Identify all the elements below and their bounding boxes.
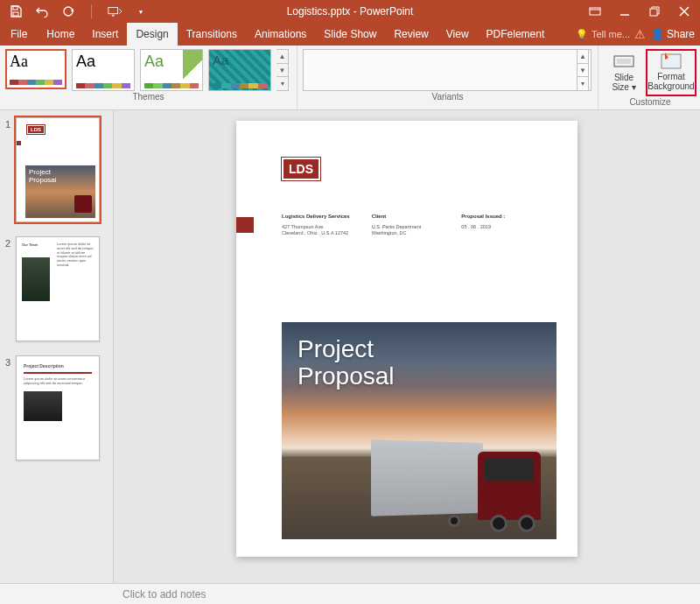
truck-cab xyxy=(478,452,541,520)
issued-date: 05 . 06 . 2019 xyxy=(461,224,551,230)
info-columns: Logistics Delivery Services 427 Thompson… xyxy=(282,214,551,236)
client-line-1: U.S. Parks Department xyxy=(372,224,462,230)
menu-bar: File Home Insert Design Transitions Anim… xyxy=(0,23,700,46)
slide-editor[interactable]: LDS Logistics Delivery Services 427 Thom… xyxy=(114,110,700,583)
save-icon[interactable] xyxy=(9,4,23,18)
themes-gallery: Aa Aa Aa Aa ▲ ▼ ▾ xyxy=(5,49,291,91)
share-button[interactable]: 👤 Share xyxy=(651,28,695,40)
lightbulb-icon: 💡 xyxy=(576,29,588,40)
tab-transitions[interactable]: Transitions xyxy=(178,23,246,46)
hero-title: ProjectProposal xyxy=(298,336,395,390)
truck-wheel xyxy=(518,515,536,532)
format-background-icon xyxy=(660,51,682,70)
theme-aa-label: Aa xyxy=(10,53,62,69)
tab-review[interactable]: Review xyxy=(385,23,437,46)
theme-swatches xyxy=(76,83,130,88)
theme-option-3[interactable]: Aa xyxy=(140,49,203,91)
undo-icon[interactable] xyxy=(35,4,49,18)
gallery-expand-icon[interactable]: ▾ xyxy=(578,77,588,90)
lds-logo: LDS xyxy=(282,158,320,180)
tab-view[interactable]: View xyxy=(438,23,478,46)
thumb-hero-image: ProjectProposal xyxy=(25,165,95,218)
slide-canvas[interactable]: LDS Logistics Delivery Services 427 Thom… xyxy=(236,121,578,557)
theme-option-2[interactable]: Aa xyxy=(72,49,135,91)
company-heading: Logistics Delivery Services xyxy=(282,214,372,219)
tab-file[interactable]: File xyxy=(0,23,38,46)
hero-image: ProjectProposal xyxy=(282,322,556,539)
truck-wheel xyxy=(448,515,460,527)
slide-thumbnail-row: 3 Project Description Lorem ipsum dolor … xyxy=(5,355,108,460)
notes-pane[interactable]: Click to add notes xyxy=(0,583,700,604)
slide-size-icon xyxy=(612,52,635,71)
themes-gallery-scroll[interactable]: ▲ ▼ ▾ xyxy=(276,49,289,91)
theme-aa-label: Aa xyxy=(144,53,199,69)
ribbon-options-icon[interactable] xyxy=(584,3,606,20)
tab-pdfelement[interactable]: PDFelement xyxy=(478,23,554,46)
theme-option-1[interactable]: Aa xyxy=(5,49,66,89)
close-icon[interactable] xyxy=(674,3,695,20)
ribbon-group-variants: ▲ ▼ ▾ Variants xyxy=(298,46,598,109)
scroll-down-icon[interactable]: ▼ xyxy=(276,64,288,78)
workspace: 1 LDS ProjectProposal 2 Our Team xyxy=(0,110,700,583)
slide-thumbnail-1[interactable]: LDS ProjectProposal xyxy=(16,117,100,222)
slide-size-button[interactable]: Slide Size ▾ xyxy=(604,49,644,96)
start-from-beginning-icon[interactable] xyxy=(108,4,122,18)
variants-gallery[interactable]: ▲ ▼ ▾ xyxy=(303,49,592,91)
svg-rect-4 xyxy=(590,8,600,15)
thumb-hero-title: ProjectProposal xyxy=(29,169,57,185)
ribbon-group-themes: Aa Aa Aa Aa ▲ ▼ ▾ Themes xyxy=(0,46,298,109)
tab-insert[interactable]: Insert xyxy=(83,23,127,46)
scroll-up-icon[interactable]: ▲ xyxy=(276,50,288,64)
window-controls xyxy=(584,3,700,20)
slide-number: 3 xyxy=(5,355,12,368)
client-heading: Client xyxy=(372,214,462,219)
red-accent xyxy=(17,141,21,145)
tab-design[interactable]: Design xyxy=(127,23,177,46)
slide-thumbnail-row: 1 LDS ProjectProposal xyxy=(5,117,108,222)
company-address-1: 427 Thompson Ave. xyxy=(282,224,372,230)
truck-trailer xyxy=(371,439,483,516)
tab-home[interactable]: Home xyxy=(38,23,83,46)
slide-thumbnail-2[interactable]: Our Team Lorem ipsum dolor sit amet elit… xyxy=(16,236,100,341)
qat-dropdown-icon[interactable]: ▾ xyxy=(134,4,148,18)
scroll-down-icon[interactable]: ▼ xyxy=(578,64,588,78)
svg-point-9 xyxy=(668,53,670,56)
info-col-issued: Proposal Issued : 05 . 06 . 2019 xyxy=(461,214,551,236)
svg-rect-1 xyxy=(13,12,18,16)
qat-separator xyxy=(91,4,92,18)
scroll-up-icon[interactable]: ▲ xyxy=(578,50,588,64)
minimize-icon[interactable] xyxy=(614,3,635,20)
restore-icon[interactable] xyxy=(644,3,665,20)
theme-swatches xyxy=(144,83,199,88)
share-label: Share xyxy=(667,28,695,40)
variants-gallery-scroll[interactable]: ▲ ▼ ▾ xyxy=(577,49,589,91)
tab-slideshow[interactable]: Slide Show xyxy=(315,23,385,46)
slide-thumbnail-row: 2 Our Team Lorem ipsum dolor sit amet el… xyxy=(5,236,108,341)
redo-icon[interactable] xyxy=(61,4,75,18)
issued-heading: Proposal Issued : xyxy=(461,214,551,219)
thumb-content: Our Team Lorem ipsum dolor sit amet elit… xyxy=(22,242,94,335)
svg-rect-5 xyxy=(650,9,657,16)
svg-rect-3 xyxy=(108,8,118,14)
tell-me-search[interactable]: 💡 Tell me... xyxy=(576,29,630,40)
theme-aa-label: Aa xyxy=(76,53,130,69)
title-bar: ▾ Logistics.pptx - PowerPoint xyxy=(0,0,700,23)
theme-option-4[interactable]: Aa xyxy=(208,49,271,91)
share-block: ⚠ 👤 Share xyxy=(634,27,700,41)
format-background-button[interactable]: Format Background xyxy=(646,49,696,96)
theme-aa-label: Aa xyxy=(213,53,267,67)
ribbon: Aa Aa Aa Aa ▲ ▼ ▾ Themes xyxy=(0,46,700,110)
svg-rect-8 xyxy=(662,54,681,68)
slide-thumbnail-3[interactable]: Project Description Lorem ipsum dolor si… xyxy=(16,355,100,460)
ribbon-group-label: Themes xyxy=(5,91,291,103)
gallery-expand-icon[interactable]: ▾ xyxy=(276,77,288,90)
slide-number: 1 xyxy=(5,117,12,130)
ribbon-group-label: Customize xyxy=(604,96,696,109)
warning-icon[interactable]: ⚠ xyxy=(634,27,646,41)
slide-thumbnail-panel: 1 LDS ProjectProposal 2 Our Team xyxy=(0,110,114,583)
thumb-truck xyxy=(74,195,92,213)
svg-point-2 xyxy=(64,7,73,16)
truck-wheel xyxy=(490,515,508,532)
tab-animations[interactable]: Animations xyxy=(246,23,315,46)
slide-number: 2 xyxy=(5,236,12,249)
